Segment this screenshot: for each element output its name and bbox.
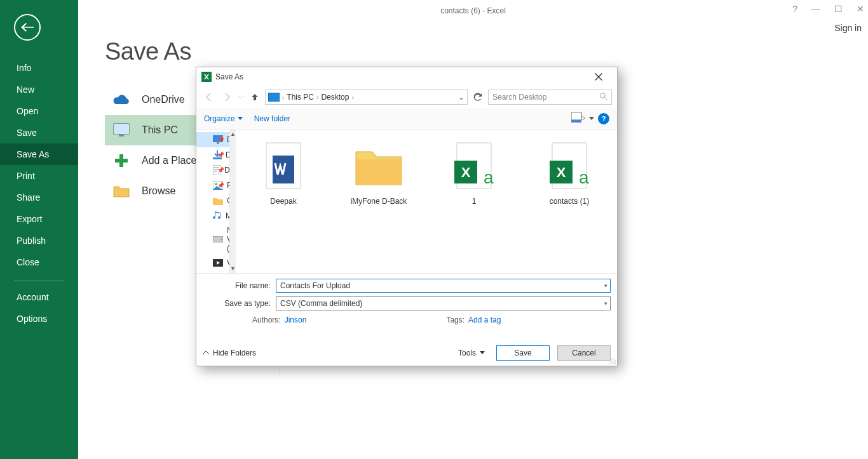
tree-item-documents[interactable]: Documents📌: [196, 163, 229, 178]
sidebar-item-close[interactable]: Close: [0, 251, 78, 273]
tree-item-pictures[interactable]: Pictures📌: [196, 178, 229, 193]
back-button[interactable]: [14, 14, 41, 41]
nav-recent-dropdown[interactable]: [237, 90, 245, 105]
chevron-down-icon: [238, 117, 243, 121]
nav-back-button[interactable]: [201, 90, 217, 105]
sidebar-item-export[interactable]: Export: [0, 208, 78, 230]
scroll-down-icon[interactable]: ▼: [230, 265, 236, 272]
chevron-right-icon: ›: [351, 94, 353, 101]
chevron-down-icon: [238, 95, 243, 100]
resize-grip[interactable]: [609, 358, 616, 364]
arrow-left-icon: [204, 92, 214, 102]
view-mode-button[interactable]: [571, 112, 585, 124]
file-item[interactable]: iMyFone D-Back: [344, 141, 414, 206]
tree-item-label: Music: [226, 211, 230, 220]
svg-text:X: X: [461, 164, 471, 180]
tree-item-downloads[interactable]: Downloads📌: [196, 147, 229, 163]
svg-text:a,: a,: [484, 168, 495, 187]
tools-menu[interactable]: Tools: [458, 349, 485, 357]
pin-icon: 📌: [217, 152, 224, 158]
search-input[interactable]: Search Desktop: [488, 90, 612, 105]
sidebar-item-options[interactable]: Options: [0, 308, 78, 329]
breadcrumb-dropdown[interactable]: ⌄: [458, 93, 465, 102]
maximize-button[interactable]: ☐: [834, 4, 843, 14]
svg-rect-2: [119, 135, 124, 136]
chevron-down-icon[interactable]: [589, 117, 594, 121]
file-name-value: Contacts For Upload: [280, 281, 350, 290]
cancel-button[interactable]: Cancel: [557, 345, 611, 361]
minimize-button[interactable]: —: [811, 4, 820, 14]
sidebar-item-new[interactable]: New: [0, 79, 78, 100]
help-button[interactable]: ?: [598, 113, 609, 124]
folder-icon: [213, 196, 223, 206]
tree-scrollbar[interactable]: ▲ ▼: [230, 130, 236, 273]
file-item[interactable]: Xa,contacts (1): [534, 141, 604, 206]
save-type-value: CSV (Comma delimited): [280, 299, 362, 308]
breadcrumb-part[interactable]: This PC: [287, 93, 314, 102]
excel-icon: [201, 72, 212, 82]
file-name-input[interactable]: Contacts For Upload ▾: [276, 279, 611, 293]
svg-rect-8: [571, 120, 581, 123]
refresh-icon: [473, 93, 482, 102]
tree-item-new-volume-e-[interactable]: New Volume (E:): [196, 223, 229, 255]
breadcrumb-bar[interactable]: › This PC › Desktop › ⌄: [265, 90, 468, 105]
word-folder-icon: [258, 141, 309, 192]
chevron-down-icon[interactable]: ▾: [604, 283, 607, 289]
file-label: contacts (1): [550, 197, 590, 206]
file-label: 1: [472, 197, 477, 206]
scroll-up-icon[interactable]: ▲: [230, 131, 236, 137]
page-title: Save As: [105, 38, 276, 65]
sidebar-item-save[interactable]: Save: [0, 122, 78, 143]
tree-item-videos[interactable]: Videos: [196, 255, 229, 270]
sidebar-item-account[interactable]: Account: [0, 286, 78, 308]
backstage-sidebar: InfoNewOpenSaveSave AsPrintShareExportPu…: [0, 0, 78, 459]
location-label: OneDrive: [142, 94, 185, 105]
dialog-close-button[interactable]: [585, 69, 612, 85]
close-icon: [595, 73, 602, 81]
sidebar-item-share[interactable]: Share: [0, 187, 78, 208]
sidebar-item-print[interactable]: Print: [0, 165, 78, 187]
pin-icon: 📌: [217, 136, 224, 143]
tree-item-microsoft-excel[interactable]: Microsoft Excel: [196, 270, 229, 273]
cloud-icon: [111, 91, 132, 109]
folder-tree: Desktop📌Downloads📌Documents📌Pictures📌Chu…: [196, 130, 230, 273]
location-label: Add a Place: [142, 155, 196, 166]
tags-label: Tags:: [446, 316, 465, 324]
window-title: contacts (6) - Excel: [78, 6, 868, 15]
sidebar-item-info[interactable]: Info: [0, 57, 78, 79]
search-icon: [600, 93, 607, 102]
nav-up-button[interactable]: [247, 90, 262, 105]
tags-value[interactable]: Add a tag: [468, 316, 501, 324]
sidebar-item-publish[interactable]: Publish: [0, 230, 78, 251]
sidebar-item-open[interactable]: Open: [0, 100, 78, 122]
svg-point-6: [600, 93, 606, 98]
chevron-down-icon[interactable]: ▾: [604, 300, 607, 307]
pin-icon: 📌: [217, 182, 224, 189]
file-name-label: File name:: [203, 281, 276, 290]
arrow-up-icon: [250, 92, 260, 102]
svg-point-16: [220, 239, 222, 240]
tools-label: Tools: [458, 349, 476, 357]
refresh-button[interactable]: [470, 90, 485, 105]
file-item[interactable]: Deepak: [248, 141, 318, 206]
save-type-select[interactable]: CSV (Comma delimited) ▾: [276, 296, 611, 310]
file-item[interactable]: Xa,1: [439, 141, 509, 206]
back-arrow-icon: [21, 23, 34, 32]
hide-folders-toggle[interactable]: Hide Folders: [203, 349, 256, 357]
breadcrumb-part[interactable]: Desktop: [321, 93, 349, 102]
save-button[interactable]: Save: [496, 345, 550, 361]
sidebar-item-save-as[interactable]: Save As: [0, 143, 78, 165]
tree-item-desktop[interactable]: Desktop📌: [196, 132, 229, 147]
nav-forward-button[interactable]: [219, 90, 234, 105]
tree-item-label: Downloads: [226, 150, 230, 159]
videos-icon: [213, 258, 223, 268]
organize-label: Organize: [204, 114, 235, 123]
new-folder-button[interactable]: New folder: [254, 114, 290, 123]
sign-in-link[interactable]: Sign in: [834, 23, 862, 33]
tree-item-music[interactable]: Music: [196, 208, 229, 223]
organize-menu[interactable]: Organize: [204, 114, 243, 123]
close-window-button[interactable]: ✕: [857, 4, 864, 14]
tree-item-church[interactable]: Church: [196, 193, 229, 208]
authors-value[interactable]: Jinson: [285, 316, 307, 324]
help-button[interactable]: ?: [792, 4, 797, 14]
